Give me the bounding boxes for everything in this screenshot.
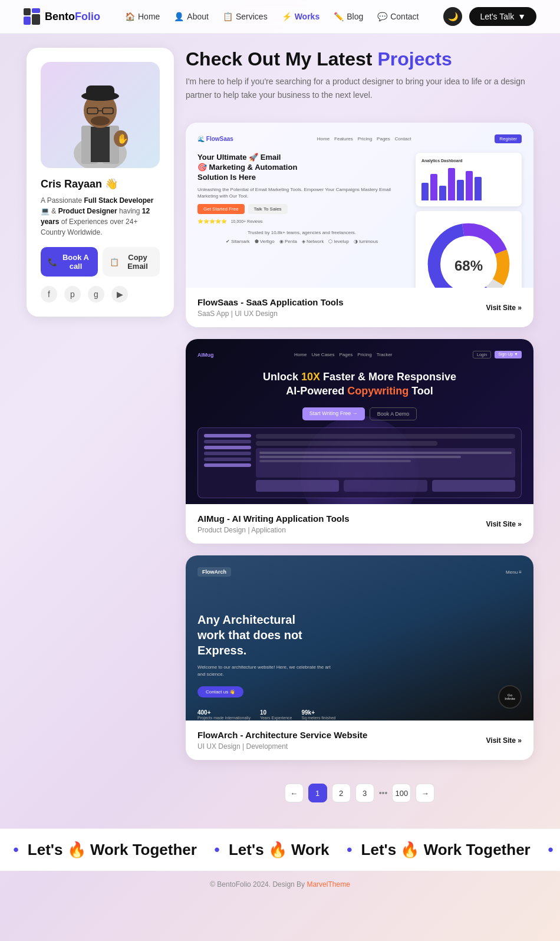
avatar: ✋ [65, 68, 136, 168]
project-tags-flowsaas: SaaS App | UI UX Design [197, 310, 344, 318]
project-tags-flowarch: UI UX Design | Development [197, 742, 367, 751]
github-icon[interactable]: g [88, 286, 104, 302]
svg-text:68%: 68% [454, 258, 483, 274]
navbar: BentoFolio 🏠 Home 👤 About 📋 Services ⚡ W… [0, 0, 560, 34]
social-links: f p g ▶ [41, 286, 160, 302]
svg-rect-0 [24, 8, 31, 15]
nav-blog[interactable]: ✏️ Blog [334, 12, 363, 21]
visit-site-flowarch[interactable]: Visit Site » [486, 736, 522, 745]
pagination-page-3[interactable]: 3 [355, 784, 374, 802]
page-subtitle: I'm here to help if you're searching for… [186, 75, 533, 101]
project-card-flowarch: FlowArch Menu ≡ Any Architecturalwork th… [186, 555, 533, 760]
svg-rect-8 [91, 127, 110, 162]
brand-icon [24, 8, 40, 25]
profile-description: A Passionate Full Stack Developer 💻 & Pr… [41, 195, 160, 238]
brand-text: BentoFolio [45, 11, 100, 23]
chevron-down-icon: ▼ [518, 12, 526, 21]
phone-icon: 📞 [48, 258, 57, 266]
svg-text:✋: ✋ [117, 133, 129, 144]
main-container: ✋ Cris Rayaan 👋 A Passionate Full Stack … [15, 34, 545, 828]
content-area: Check Out My Latest Projects I'm here to… [186, 48, 533, 814]
brand-logo-area[interactable]: BentoFolio [24, 8, 100, 25]
pagination-page-1[interactable]: 1 [308, 784, 327, 802]
pinterest-icon[interactable]: p [64, 286, 81, 302]
navbar-actions: 🌙 Let's Talk ▼ [443, 7, 536, 26]
nav-about[interactable]: 👤 About [174, 12, 209, 21]
page-title: Check Out My Latest Projects [186, 48, 533, 70]
project-screenshot-flowarch: FlowArch Menu ≡ Any Architecturalwork th… [186, 555, 533, 720]
donut-chart-svg: 68% [421, 217, 516, 288]
svg-rect-1 [32, 8, 40, 13]
project-screenshot-aimug: AIMug HomeUse CasesPagesPricingTracker L… [186, 339, 533, 504]
project-info-flowsaas: FlowSaas - SaaS Application Tools SaaS A… [186, 288, 533, 327]
project-tags-aimug: Product Design | Application [197, 526, 349, 534]
nav-links: 🏠 Home 👤 About 📋 Services ⚡ Works ✏️ Blo… [125, 12, 419, 21]
svg-point-15 [91, 116, 110, 126]
pagination-page-2[interactable]: 2 [332, 784, 351, 802]
visit-site-flowsaas[interactable]: Visit Site » [486, 304, 522, 312]
site-footer: © BentoFolio 2024. Design By MarvelTheme [0, 871, 560, 898]
book-call-button[interactable]: 📞 Book A call [41, 247, 98, 277]
youtube-icon[interactable]: ▶ [111, 286, 128, 302]
sidebar-card: ✋ Cris Rayaan 👋 A Passionate Full Stack … [27, 48, 174, 317]
avatar-container: ✋ [41, 62, 160, 168]
pagination: ← 1 2 3 ••• 100 → [186, 772, 533, 814]
svg-rect-11 [86, 85, 114, 98]
project-info-flowarch: FlowArch - Architecture Service Website … [186, 720, 533, 760]
svg-rect-2 [32, 14, 40, 25]
footer-text: © BentoFolio 2024. Design By [210, 880, 307, 889]
marquee-section: • Let's 🔥 Work Together • Let's 🔥 Work •… [0, 828, 560, 871]
project-title-flowarch: FlowArch - Architecture Service Website [197, 730, 367, 740]
pagination-next[interactable]: → [416, 784, 434, 802]
project-info-aimug: AIMug - AI Writing Application Tools Pro… [186, 504, 533, 544]
pagination-page-100[interactable]: 100 [392, 784, 411, 802]
project-card-flowsaas: 🌊 FlowSaas HomeFeaturesPricingPagesConta… [186, 123, 533, 327]
profile-actions: 📞 Book A call 📋 Copy Email [41, 247, 160, 277]
profile-name: Cris Rayaan 👋 [41, 177, 160, 190]
marquee-text: • Let's 🔥 Work Together • Let's 🔥 Work •… [0, 841, 560, 859]
project-title-flowsaas: FlowSaas - SaaS Application Tools [197, 297, 344, 307]
dark-mode-toggle[interactable]: 🌙 [443, 7, 462, 26]
pagination-ellipsis: ••• [379, 788, 388, 798]
project-card-aimug: AIMug HomeUse CasesPagesPricingTracker L… [186, 339, 533, 544]
copy-email-button[interactable]: 📋 Copy Email [103, 247, 160, 277]
pagination-prev[interactable]: ← [285, 784, 304, 802]
page-header: Check Out My Latest Projects I'm here to… [186, 48, 533, 111]
copy-icon: 📋 [110, 258, 119, 266]
nav-services[interactable]: 📋 Services [223, 12, 268, 21]
lets-talk-button[interactable]: Let's Talk ▼ [469, 7, 536, 26]
nav-works[interactable]: ⚡ Works [282, 12, 320, 21]
nav-home[interactable]: 🏠 Home [125, 12, 160, 21]
project-title-aimug: AIMug - AI Writing Application Tools [197, 514, 349, 524]
nav-contact[interactable]: 💬 Contact [377, 12, 419, 21]
svg-rect-3 [24, 17, 31, 25]
project-screenshot-flowsaas: 🌊 FlowSaas HomeFeaturesPricingPagesConta… [186, 123, 533, 288]
facebook-icon[interactable]: f [41, 286, 57, 302]
visit-site-aimug[interactable]: Visit Site » [486, 520, 522, 528]
footer-link[interactable]: MarvelTheme [307, 880, 350, 889]
